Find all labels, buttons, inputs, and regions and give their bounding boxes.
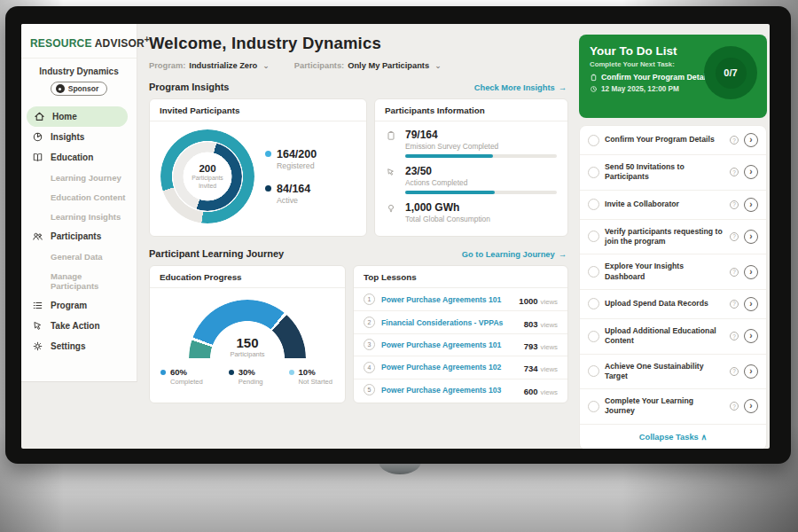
task-checkbox[interactable] xyxy=(588,266,599,278)
views-count: 600 xyxy=(524,387,538,396)
gauge-chart: 150 Participants xyxy=(189,300,306,358)
dashboard-screen: RESOURCE ADVISOR+ Industry Dynamics Spon… xyxy=(21,24,770,449)
views-label: views xyxy=(541,388,559,396)
task-go-button[interactable]: › xyxy=(744,165,758,179)
todo-progress-value: 0/7 xyxy=(724,67,737,78)
views-label: views xyxy=(541,365,559,373)
sidebar-item-label: Education xyxy=(51,153,93,162)
sidebar-item-general-data[interactable]: General Data xyxy=(21,246,137,266)
section-title: Participant Learning Journey xyxy=(149,248,284,259)
task-row: Upload Spend Data Records ? › xyxy=(580,290,766,319)
bulb-icon xyxy=(386,203,399,223)
program-label: Program: xyxy=(149,61,185,70)
info-icon[interactable]: ? xyxy=(730,300,739,309)
task-go-button[interactable]: › xyxy=(744,364,758,379)
views-count: 803 xyxy=(524,319,538,329)
sidebar-item-participants[interactable]: Participants xyxy=(21,226,137,246)
sidebar-item-label: Home xyxy=(52,112,77,121)
sidebar-item-learning-journey[interactable]: Learning Journey xyxy=(21,168,137,187)
program-dropdown[interactable]: Program: Industrialize Zero ⌄ xyxy=(149,61,270,70)
sidebar-item-manage-participants[interactable]: Manage Participants xyxy=(21,266,137,295)
desk-background: RESOURCE ADVISOR+ Industry Dynamics Spon… xyxy=(0,0,798,532)
task-checkbox[interactable] xyxy=(588,401,599,412)
info-icon[interactable]: ? xyxy=(730,168,739,176)
sidebar-item-label: Participants xyxy=(51,231,101,241)
lesson-row: 2 Financial Considerations - VPPAs 803vi… xyxy=(354,310,567,332)
sidebar-item-insights[interactable]: Insights xyxy=(21,127,137,147)
card-title: Invited Participants xyxy=(150,99,366,121)
lesson-row: 1 Power Purchase Agreements 101 1000view… xyxy=(354,288,567,310)
task-row: Invite a Collaborator ? › xyxy=(580,191,766,220)
info-icon[interactable]: ? xyxy=(730,332,739,340)
sponsor-badge[interactable]: Sponsor xyxy=(51,82,107,96)
todo-panel: Your To Do List Complete Your Next Task:… xyxy=(575,24,770,449)
logo-resource: RESOURCE xyxy=(30,37,92,50)
participants-label: Participants: xyxy=(294,61,344,70)
task-go-button[interactable]: › xyxy=(744,230,758,244)
sidebar-item-label: Take Action xyxy=(51,321,100,331)
info-icon[interactable]: ? xyxy=(730,136,739,145)
page-title: Welcome, Industry Dynamics xyxy=(149,34,568,53)
task-checkbox[interactable] xyxy=(588,231,599,242)
sidebar-item-education[interactable]: Education xyxy=(21,147,137,168)
task-go-button[interactable]: › xyxy=(744,133,758,147)
task-checkbox[interactable] xyxy=(588,365,599,377)
task-checkbox[interactable] xyxy=(588,135,599,146)
gauge-legend: 60% Completed 30% Pending 10% xyxy=(150,358,345,386)
sidebar-nav: Home Insights Education Learning Journey… xyxy=(21,106,137,356)
lesson-link[interactable]: Power Purchase Agreements 103 xyxy=(381,386,524,395)
sidebar-item-program[interactable]: Program xyxy=(21,295,137,316)
sponsor-icon xyxy=(56,84,65,93)
task-checkbox[interactable] xyxy=(588,298,599,309)
sidebar: RESOURCE ADVISOR+ Industry Dynamics Spon… xyxy=(21,24,137,382)
go-to-learning-journey-link[interactable]: Go to Learning Journey→ xyxy=(462,250,567,259)
gauge-center-label: 150 Participants xyxy=(189,335,306,358)
metric-actions-completed: 23/50 Actions Completed xyxy=(386,165,557,194)
insights-icon xyxy=(32,131,43,143)
info-icon[interactable]: ? xyxy=(730,268,739,277)
sidebar-item-learning-insights[interactable]: Learning Insights xyxy=(21,207,137,226)
sidebar-item-settings[interactable]: Settings xyxy=(21,336,137,356)
task-go-button[interactable]: › xyxy=(744,329,758,343)
sidebar-item-education-content[interactable]: Education Content xyxy=(21,187,137,207)
task-checkbox[interactable] xyxy=(588,331,599,342)
task-row: Explore Your Insights Dashboard ? › xyxy=(580,254,766,290)
lesson-link[interactable]: Power Purchase Agreements 101 xyxy=(381,340,524,349)
task-checkbox[interactable] xyxy=(588,199,599,210)
lesson-link[interactable]: Power Purchase Agreements 102 xyxy=(381,363,524,372)
check-more-insights-link[interactable]: Check More Insights→ xyxy=(474,83,567,92)
sidebar-item-home[interactable]: Home xyxy=(27,106,128,127)
metric-global-consumption: 1,000 GWh Total Global Consumption xyxy=(386,201,557,223)
task-go-button[interactable]: › xyxy=(744,399,758,413)
gear-icon xyxy=(32,340,43,352)
lesson-link[interactable]: Power Purchase Agreements 101 xyxy=(381,295,519,304)
learning-journey-header: Participant Learning Journey Go to Learn… xyxy=(149,248,568,259)
info-icon[interactable]: ? xyxy=(730,232,739,241)
sidebar-item-label: Program xyxy=(51,301,87,310)
lesson-link[interactable]: Financial Considerations - VPPAs xyxy=(381,318,524,327)
task-checkbox[interactable] xyxy=(588,167,599,178)
task-go-button[interactable]: › xyxy=(744,297,758,311)
sidebar-item-label: Settings xyxy=(51,341,85,351)
todo-progress-ring: 0/7 xyxy=(704,46,757,99)
info-icon[interactable]: ? xyxy=(730,367,739,376)
sidebar-item-take-action[interactable]: Take Action xyxy=(21,316,137,336)
card-title: Education Progress xyxy=(150,266,345,288)
info-icon[interactable]: ? xyxy=(730,402,739,411)
task-go-button[interactable]: › xyxy=(744,198,758,212)
monitor-frame: RESOURCE ADVISOR+ Industry Dynamics Spon… xyxy=(5,6,791,464)
program-insights-header: Program Insights Check More Insights→ xyxy=(149,82,568,92)
rank-badge: 5 xyxy=(364,384,375,395)
legend-dot xyxy=(289,370,294,375)
list-icon xyxy=(32,300,43,311)
cursor-action-icon xyxy=(32,320,43,332)
legend-dot xyxy=(229,370,234,375)
donut-legend: 164/200 Registered 84/164 Active xyxy=(265,148,317,205)
progress-track xyxy=(405,154,557,158)
legend-active: 84/164 Active xyxy=(265,183,317,205)
info-icon[interactable]: ? xyxy=(730,200,739,209)
sponsor-label: Sponsor xyxy=(68,84,98,93)
task-go-button[interactable]: › xyxy=(744,265,758,279)
participants-dropdown[interactable]: Participants: Only My Participants ⌄ xyxy=(294,61,442,70)
collapse-tasks-link[interactable]: Collapse Tasks ∧ xyxy=(580,425,766,449)
